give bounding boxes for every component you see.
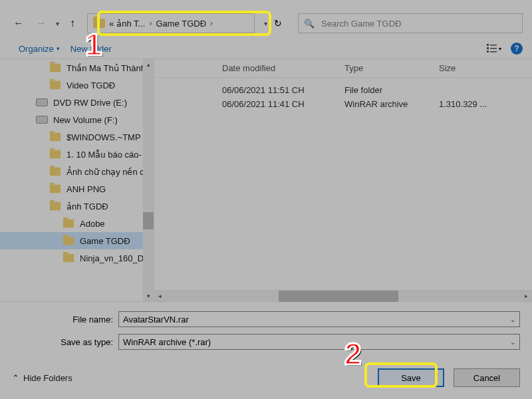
tree-item-label: 1. 10 Mẫu báo cáo- (66, 150, 142, 160)
tree-item-label: Thần Ma Thủ Thành (66, 63, 146, 73)
callout-2: 2 (344, 336, 362, 372)
cell-name (158, 99, 222, 109)
folder-icon (50, 202, 61, 211)
hide-folders-toggle[interactable]: ⌃ Hide Folders (12, 373, 72, 383)
file-list[interactable]: 06/06/2021 11:51 CHFile folder06/06/2021… (154, 78, 532, 290)
svg-rect-0 (487, 44, 489, 46)
breadcrumb-part[interactable]: ảnh T... (116, 19, 145, 29)
dropdown-caret-icon[interactable]: ⌄ (510, 338, 515, 346)
breadcrumb-part[interactable]: Game TGDĐ (156, 19, 206, 29)
folder-icon (50, 133, 61, 142)
header-date[interactable]: Date modified (222, 63, 344, 73)
svg-rect-5 (490, 51, 497, 53)
dropdown-caret-icon[interactable]: ⌄ (510, 316, 515, 323)
scroll-thumb[interactable] (143, 212, 154, 229)
column-headers[interactable]: Date modified Type Size (154, 59, 532, 78)
tree-item[interactable]: ANH PNG (0, 180, 154, 198)
cell-name (158, 85, 222, 95)
tree-item-label: ảnh TGDĐ (66, 201, 108, 211)
folder-icon (50, 150, 61, 159)
file-row[interactable]: 06/06/2021 11:41 CHWinRAR archive1.310.3… (154, 97, 532, 111)
scroll-right-icon[interactable]: ▸ (521, 291, 532, 302)
tree-item-label: Video TGDĐ (66, 80, 115, 90)
callout-1: 1 (85, 27, 102, 63)
search-placeholder: Search Game TGDĐ (321, 19, 517, 29)
header-name[interactable] (158, 63, 222, 73)
tree-item[interactable]: Game TGDĐ (0, 232, 154, 249)
tree-item-label: Game TGDĐ (80, 236, 130, 246)
cell-size: 1.310.329 ... (439, 99, 499, 109)
filename-label: File name: (12, 315, 118, 325)
tree-item[interactable]: 1. 10 Mẫu báo cáo- (0, 146, 154, 163)
refresh-icon[interactable]: ↻ (274, 18, 282, 29)
tree-item-label: ANH PNG (66, 184, 106, 194)
svg-rect-2 (487, 51, 489, 53)
forward-button[interactable]: → (32, 14, 51, 33)
file-row[interactable]: 06/06/2021 11:51 CHFile folder (154, 83, 532, 97)
header-size[interactable]: Size (439, 63, 499, 73)
breadcrumb-prefix: « (109, 19, 114, 29)
scroll-thumb[interactable] (279, 291, 398, 302)
address-dropdown-icon[interactable]: ▾ (264, 20, 267, 27)
tree-item[interactable]: Ninja_vn_160_Dat (0, 249, 154, 267)
tree-item-label: Ảnh chữ chạy nền c (66, 167, 144, 177)
cell-date: 06/06/2021 11:41 CH (222, 99, 344, 109)
scroll-up-icon[interactable]: ▴ (143, 59, 154, 70)
cell-type: File folder (344, 85, 439, 95)
drive-icon (36, 116, 48, 124)
folder-icon (50, 168, 61, 176)
chevron-up-icon: ⌃ (12, 373, 19, 383)
breadcrumb[interactable]: « ảnh T... › Game TGDĐ › (87, 13, 255, 33)
savetype-select[interactable]: WinRAR archive (*.rar) ⌄ (118, 334, 520, 350)
tree-item-label: New Volume (F:) (53, 115, 118, 125)
tree-item-label: $WINDOWS.~TMP (66, 132, 141, 142)
folder-icon (63, 237, 74, 245)
scrollbar-horizontal[interactable]: ◂ ▸ (154, 290, 532, 301)
tree-item[interactable]: Ảnh chữ chạy nền c (0, 163, 154, 180)
tree-item[interactable]: New Volume (F:) (0, 111, 154, 128)
folder-icon (50, 64, 61, 72)
tree-item[interactable]: DVD RW Drive (E:) (0, 94, 154, 111)
cell-type: WinRAR archive (344, 99, 439, 109)
svg-rect-3 (490, 45, 497, 46)
scroll-left-icon[interactable]: ◂ (154, 291, 166, 302)
tree-item-label: Adobe (80, 219, 105, 229)
cell-date: 06/06/2021 11:51 CH (222, 85, 344, 95)
folder-tree[interactable]: Thần Ma Thủ ThànhVideo TGDĐDVD RW Drive … (0, 59, 154, 301)
drive-icon (36, 98, 48, 106)
search-icon: 🔍 (304, 19, 315, 29)
folder-icon (50, 185, 61, 194)
tree-item-label: DVD RW Drive (E:) (53, 98, 127, 108)
filename-input[interactable]: AvatarStarVN.rar ⌄ (118, 311, 520, 327)
search-input[interactable]: 🔍 Search Game TGDĐ (298, 13, 523, 33)
history-caret-icon[interactable]: ▾ (56, 20, 59, 27)
save-button[interactable]: Save (378, 368, 444, 387)
tree-item[interactable]: $WINDOWS.~TMP (0, 128, 154, 146)
svg-rect-4 (490, 48, 497, 49)
tree-item[interactable]: Video TGDĐ (0, 76, 154, 94)
back-button[interactable]: ← (9, 14, 28, 33)
scrollbar-vertical[interactable]: ▴ ▾ (143, 59, 154, 301)
tree-item-label: Ninja_vn_160_Dat (80, 253, 151, 263)
folder-icon (63, 219, 74, 228)
view-options-icon[interactable]: ▾ (487, 43, 501, 55)
folder-icon (50, 81, 61, 90)
svg-rect-1 (487, 47, 489, 49)
tree-item[interactable]: Thần Ma Thủ Thành (0, 59, 154, 76)
chevron-right-icon[interactable]: › (206, 19, 217, 28)
header-type[interactable]: Type (344, 63, 439, 73)
scroll-down-icon[interactable]: ▾ (143, 291, 154, 301)
cancel-button[interactable]: Cancel (454, 368, 520, 387)
cell-size (439, 85, 499, 95)
savetype-label: Save as type: (12, 337, 118, 347)
up-button[interactable]: ↑ (65, 15, 80, 31)
organize-button[interactable]: Organize ▾ (19, 44, 60, 54)
tree-item[interactable]: Adobe (0, 215, 154, 232)
folder-icon (63, 254, 74, 263)
help-icon[interactable]: ? (511, 43, 523, 55)
tree-item[interactable]: ảnh TGDĐ (0, 198, 154, 215)
chevron-right-icon[interactable]: › (145, 19, 156, 28)
